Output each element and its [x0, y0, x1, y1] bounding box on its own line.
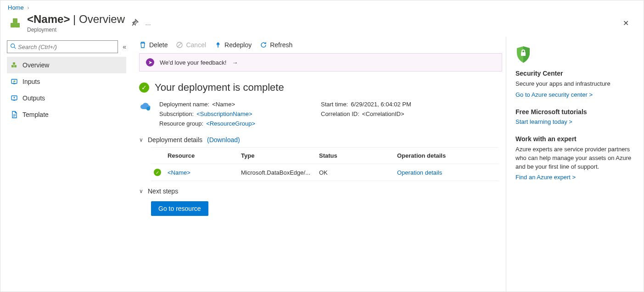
svg-rect-0 — [11, 23, 15, 28]
rocket-icon: ➤ — [146, 58, 154, 66]
feedback-banner[interactable]: ➤ We'd love your feedback! → — [139, 53, 502, 72]
outputs-icon — [11, 94, 18, 102]
chevron-down-icon: ∨ — [139, 188, 143, 194]
redeploy-button[interactable]: Redeploy — [214, 41, 252, 49]
command-bar: Delete Cancel Redeploy Refresh — [132, 37, 506, 53]
sidebar-item-label: Template — [22, 111, 49, 118]
svg-rect-2 — [13, 18, 17, 23]
collapse-sidebar-icon[interactable]: « — [123, 43, 126, 50]
cloud-icon — [139, 102, 152, 113]
tutorials-heading: Free Microsoft tutorials — [515, 108, 636, 116]
start-time-value: 6/29/2021, 6:04:02 PM — [351, 101, 411, 108]
feedback-text: We'd love your feedback! — [160, 59, 226, 66]
cancel-button: Cancel — [176, 41, 206, 49]
expert-heading: Work with an expert — [515, 135, 636, 143]
sidebar-item-template[interactable]: Template — [7, 106, 126, 123]
expert-link[interactable]: Find an Azure expert > — [515, 174, 576, 181]
row-resource-link[interactable]: <Name> — [168, 169, 241, 176]
sidebar: « Overview Inputs Outputs Template — [0, 37, 132, 292]
svg-rect-6 — [14, 65, 17, 67]
deployment-details-table: Resource Type Status Operation details ✓… — [151, 147, 498, 181]
sidebar-search[interactable] — [7, 40, 118, 53]
search-input[interactable] — [18, 44, 115, 50]
resource-group-label: Resource group: — [159, 120, 203, 127]
info-panel: Security Center Secure your apps and inf… — [506, 37, 644, 292]
sidebar-item-label: Inputs — [22, 78, 40, 85]
row-type: Microsoft.DataBoxEdge/... — [241, 169, 319, 176]
col-resource: Resource — [168, 152, 241, 159]
subscription-link[interactable]: <SubscriptionName> — [196, 110, 252, 117]
arrow-right-icon: → — [232, 59, 238, 66]
overview-icon — [11, 61, 18, 69]
breadcrumb-home[interactable]: Home — [8, 4, 24, 11]
svg-line-11 — [178, 43, 181, 47]
download-link[interactable]: (Download) — [207, 136, 240, 143]
next-steps-heading: Next steps — [148, 187, 178, 195]
svg-rect-15 — [521, 52, 526, 56]
sidebar-item-label: Overview — [22, 61, 49, 69]
next-steps-toggle[interactable]: ∨ Next steps — [139, 187, 498, 195]
template-icon — [11, 111, 18, 118]
breadcrumb: Home › — [0, 0, 644, 13]
deployment-details-heading: Deployment details — [148, 136, 202, 143]
breadcrumb-sep: › — [27, 4, 29, 11]
svg-rect-7 — [13, 62, 15, 65]
pin-icon[interactable] — [131, 19, 139, 28]
chevron-down-icon: ∨ — [139, 137, 143, 143]
search-icon — [10, 43, 16, 50]
table-row: ✓ <Name> Microsoft.DataBoxEdge/... OK Op… — [151, 164, 498, 181]
page-title: <Name> | Overview — [27, 13, 125, 26]
resource-icon — [8, 16, 22, 30]
page-header: <Name> | Overview Deployment … ✕ — [0, 13, 644, 37]
success-check-icon: ✓ — [139, 83, 149, 93]
deployment-name-label: Deployment name: — [159, 101, 209, 108]
correlation-id-label: Correlation ID: — [321, 110, 359, 117]
shield-icon — [515, 46, 531, 63]
refresh-button[interactable]: Refresh — [260, 41, 292, 49]
row-op-details-link[interactable]: Operation details — [397, 169, 496, 176]
row-status-icon: ✓ — [154, 169, 161, 176]
sidebar-item-overview[interactable]: Overview — [7, 57, 126, 73]
row-status: OK — [319, 169, 397, 176]
start-time-label: Start time: — [321, 101, 348, 108]
svg-line-4 — [14, 47, 16, 49]
subscription-label: Subscription: — [159, 110, 194, 117]
resource-name: <Name> — [27, 13, 70, 25]
title-sep: | — [70, 13, 79, 25]
page-name: Overview — [79, 13, 125, 25]
sidebar-item-outputs[interactable]: Outputs — [7, 90, 126, 106]
col-op-details: Operation details — [397, 152, 496, 159]
correlation-id-value: <CorrelationID> — [362, 110, 404, 117]
svg-point-3 — [11, 44, 15, 48]
close-button[interactable]: ✕ — [623, 19, 629, 28]
col-type: Type — [241, 152, 319, 159]
sidebar-item-label: Outputs — [22, 94, 45, 102]
tutorials-link[interactable]: Start learning today > — [515, 118, 572, 125]
go-to-resource-button[interactable]: Go to resource — [151, 201, 208, 216]
deployment-details-toggle[interactable]: ∨ Deployment details (Download) — [139, 136, 498, 143]
svg-rect-1 — [15, 23, 20, 28]
sidebar-item-inputs[interactable]: Inputs — [7, 73, 126, 90]
delete-button[interactable]: Delete — [139, 41, 168, 49]
resource-group-link[interactable]: <ResourceGroup> — [206, 120, 255, 127]
expert-text: Azure experts are service provider partn… — [515, 145, 636, 171]
deployment-status-title: Your deployment is complete — [155, 82, 284, 94]
deployment-name-value: <Name> — [212, 101, 235, 108]
page-subtitle: Deployment — [27, 27, 125, 33]
security-center-text: Secure your apps and infrastructure — [515, 80, 636, 88]
svg-point-14 — [146, 107, 150, 110]
col-status: Status — [319, 152, 397, 159]
more-icon[interactable]: … — [145, 20, 152, 27]
security-center-link[interactable]: Go to Azure security center > — [515, 91, 593, 98]
inputs-icon — [11, 78, 18, 85]
security-center-heading: Security Center — [515, 70, 636, 77]
svg-rect-5 — [11, 65, 14, 67]
